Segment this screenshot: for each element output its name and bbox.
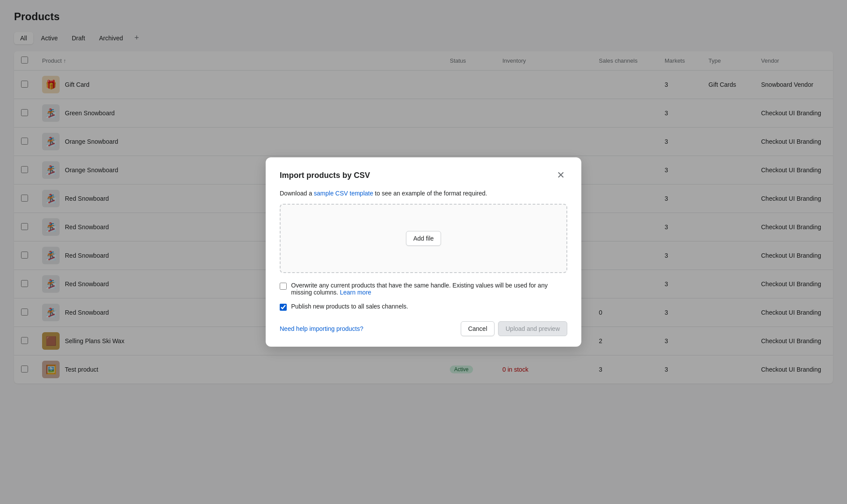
- cancel-button[interactable]: Cancel: [461, 321, 495, 336]
- modal-header: Import products by CSV ✕: [280, 170, 567, 181]
- learn-more-link[interactable]: Learn more: [340, 289, 371, 296]
- modal-close-button[interactable]: ✕: [554, 170, 567, 181]
- footer-actions: Cancel Upload and preview: [461, 321, 567, 336]
- help-import-link[interactable]: Need help importing products?: [280, 325, 363, 332]
- publish-label: Publish new products to all sales channe…: [291, 303, 408, 310]
- publish-checkbox[interactable]: [280, 304, 287, 311]
- import-modal: Import products by CSV ✕ Download a samp…: [266, 157, 581, 347]
- add-file-button[interactable]: Add file: [406, 231, 441, 246]
- modal-backdrop: Import products by CSV ✕ Download a samp…: [0, 0, 847, 504]
- modal-description: Download a sample CSV template to see an…: [280, 190, 567, 197]
- publish-option-row: Publish new products to all sales channe…: [280, 303, 567, 311]
- csv-template-link[interactable]: sample CSV template: [314, 190, 373, 197]
- modal-title: Import products by CSV: [280, 171, 370, 180]
- overwrite-label: Overwrite any current products that have…: [291, 282, 567, 296]
- file-drop-zone[interactable]: Add file: [280, 204, 567, 273]
- overwrite-option-row: Overwrite any current products that have…: [280, 282, 567, 296]
- overwrite-checkbox[interactable]: [280, 283, 287, 290]
- modal-footer: Need help importing products? Cancel Upl…: [280, 321, 567, 336]
- upload-preview-button[interactable]: Upload and preview: [498, 321, 567, 336]
